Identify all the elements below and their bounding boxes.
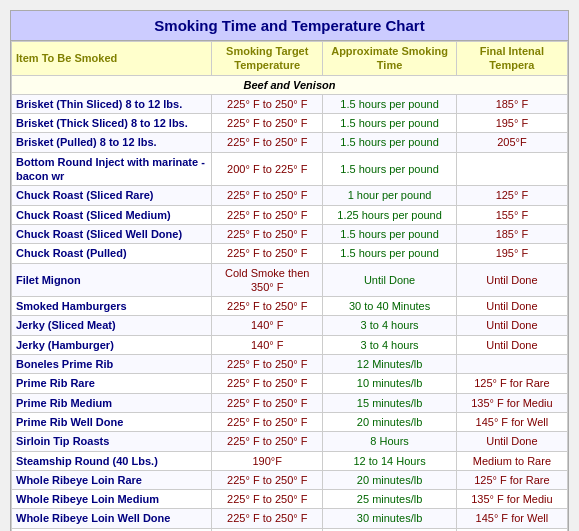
temp-cell: 225° F to 250° F xyxy=(212,374,323,393)
table-row: Brisket (Thick Sliced) 8 to 12 lbs.225° … xyxy=(12,114,568,133)
item-cell: Jerky (Hamburger) xyxy=(12,335,212,354)
final-cell: 135° F for Mediu xyxy=(456,490,567,509)
header-item: Item To Be Smoked xyxy=(12,42,212,76)
table-row: Boneles Prime Rib225° F to 250° F12 Minu… xyxy=(12,355,568,374)
time-cell: Until Done xyxy=(323,263,456,297)
final-cell xyxy=(456,355,567,374)
time-cell: 12 to 14 Hours xyxy=(323,451,456,470)
time-cell: 25 minutes/lb xyxy=(323,490,456,509)
final-cell: 135° F for Mediu xyxy=(456,393,567,412)
temp-cell: 140° F xyxy=(212,335,323,354)
table-row: Bottom Round Inject with marinate - baco… xyxy=(12,152,568,186)
time-cell: 15 minutes/lb xyxy=(323,393,456,412)
temp-cell: 225° F to 250° F xyxy=(212,509,323,528)
final-cell: 185° F xyxy=(456,94,567,113)
final-cell: 145° F for Well xyxy=(456,509,567,528)
temp-cell: 140° F xyxy=(212,316,323,335)
table-row: Brisket (Pulled) 8 to 12 lbs.225° F to 2… xyxy=(12,133,568,152)
header-temp: Smoking Target Temperature xyxy=(212,42,323,76)
item-cell: Brisket (Pulled) 8 to 12 lbs. xyxy=(12,133,212,152)
table-row: Chuck Roast (Sliced Medium)225° F to 250… xyxy=(12,205,568,224)
final-cell: Until Done xyxy=(456,297,567,316)
final-cell: 125° F for Rare xyxy=(456,374,567,393)
chart-container: Smoking Time and Temperature Chart Item … xyxy=(10,10,569,531)
table-row: Chuck Roast (Sliced Well Done)225° F to … xyxy=(12,224,568,243)
temp-cell: Cold Smoke then 350° F xyxy=(212,263,323,297)
final-cell: 155° F xyxy=(456,205,567,224)
time-cell: 3 to 4 hours xyxy=(323,316,456,335)
temp-cell: 225° F to 250° F xyxy=(212,393,323,412)
temp-cell: 225° F to 250° F xyxy=(212,94,323,113)
time-cell: 1 hour per pound xyxy=(323,186,456,205)
final-cell: Until Done xyxy=(456,432,567,451)
table-row: Whole Ribeye Loin Rare225° F to 250° F20… xyxy=(12,470,568,489)
table-row: Chuck Roast (Sliced Rare)225° F to 250° … xyxy=(12,186,568,205)
final-cell: 185° F xyxy=(456,224,567,243)
item-cell: Filet Mignon xyxy=(12,263,212,297)
table-row: Whole Ribeye Loin Medium225° F to 250° F… xyxy=(12,490,568,509)
final-cell: 195° F xyxy=(456,244,567,263)
item-cell: Prime Rib Well Done xyxy=(12,412,212,431)
item-cell: Chuck Roast (Sliced Rare) xyxy=(12,186,212,205)
item-cell: Brisket (Thick Sliced) 8 to 12 lbs. xyxy=(12,114,212,133)
time-cell: 8 Hours xyxy=(323,432,456,451)
final-cell: 125° F xyxy=(456,186,567,205)
temp-cell: 225° F to 250° F xyxy=(212,205,323,224)
item-cell: Boneles Prime Rib xyxy=(12,355,212,374)
temp-cell: 225° F to 250° F xyxy=(212,114,323,133)
time-cell: 30 minutes/lb xyxy=(323,509,456,528)
temp-cell: 225° F to 250° F xyxy=(212,490,323,509)
item-cell: Chuck Roast (Sliced Medium) xyxy=(12,205,212,224)
item-cell: Whole Ribeye Loin Well Done xyxy=(12,509,212,528)
table-row: Jerky (Hamburger)140° F3 to 4 hoursUntil… xyxy=(12,335,568,354)
temp-cell: 225° F to 250° F xyxy=(212,470,323,489)
time-cell: 1.5 hours per pound xyxy=(323,133,456,152)
final-cell: 145° F for Well xyxy=(456,412,567,431)
table-row: Prime Rib Medium225° F to 250° F15 minut… xyxy=(12,393,568,412)
section-header-row: Beef and Venison xyxy=(12,75,568,94)
time-cell: 20 minutes/lb xyxy=(323,470,456,489)
time-cell: 10 minutes/lb xyxy=(323,374,456,393)
item-cell: Smoked Hamburgers xyxy=(12,297,212,316)
temp-cell: 225° F to 250° F xyxy=(212,133,323,152)
temp-cell: 190°F xyxy=(212,451,323,470)
item-cell: Sirloin Tip Roasts xyxy=(12,432,212,451)
final-cell: Until Done xyxy=(456,263,567,297)
final-cell: Until Done xyxy=(456,335,567,354)
time-cell: 1.5 hours per pound xyxy=(323,114,456,133)
temp-cell: 225° F to 250° F xyxy=(212,297,323,316)
final-cell: Medium to Rare xyxy=(456,451,567,470)
temp-cell: 225° F to 250° F xyxy=(212,186,323,205)
table-row: Prime Rib Well Done225° F to 250° F20 mi… xyxy=(12,412,568,431)
item-cell: Whole Ribeye Loin Medium xyxy=(12,490,212,509)
table-row: Jerky (Sliced Meat)140° F3 to 4 hoursUnt… xyxy=(12,316,568,335)
table-row: Smoked Hamburgers225° F to 250° F30 to 4… xyxy=(12,297,568,316)
time-cell: 1.5 hours per pound xyxy=(323,152,456,186)
table-row: Sirloin Tip Roasts225° F to 250° F8 Hour… xyxy=(12,432,568,451)
item-cell: Chuck Roast (Pulled) xyxy=(12,244,212,263)
final-cell xyxy=(456,152,567,186)
item-cell: Whole Ribeye Loin Rare xyxy=(12,470,212,489)
time-cell: 1.5 hours per pound xyxy=(323,244,456,263)
time-cell: 20 minutes/lb xyxy=(323,412,456,431)
item-cell: Bottom Round Inject with marinate - baco… xyxy=(12,152,212,186)
final-cell: 205°F xyxy=(456,133,567,152)
item-cell: Chuck Roast (Sliced Well Done) xyxy=(12,224,212,243)
item-cell: Jerky (Sliced Meat) xyxy=(12,316,212,335)
section-header-cell: Beef and Venison xyxy=(12,75,568,94)
item-cell: Brisket (Thin Sliced) 8 to 12 lbs. xyxy=(12,94,212,113)
time-cell: 3 to 4 hours xyxy=(323,335,456,354)
table-row: Steamship Round (40 Lbs.)190°F12 to 14 H… xyxy=(12,451,568,470)
time-cell: 1.5 hours per pound xyxy=(323,94,456,113)
table-row: Prime Rib Rare225° F to 250° F10 minutes… xyxy=(12,374,568,393)
header-final: Final Intenal Tempera xyxy=(456,42,567,76)
item-cell: Prime Rib Medium xyxy=(12,393,212,412)
temp-cell: 225° F to 250° F xyxy=(212,244,323,263)
final-cell: 125° F for Rare xyxy=(456,470,567,489)
item-cell: Prime Rib Rare xyxy=(12,374,212,393)
temp-cell: 225° F to 250° F xyxy=(212,432,323,451)
table-row: Brisket (Thin Sliced) 8 to 12 lbs.225° F… xyxy=(12,94,568,113)
header-time: Approximate Smoking Time xyxy=(323,42,456,76)
temp-cell: 225° F to 250° F xyxy=(212,412,323,431)
time-cell: 1.25 hours per pound xyxy=(323,205,456,224)
